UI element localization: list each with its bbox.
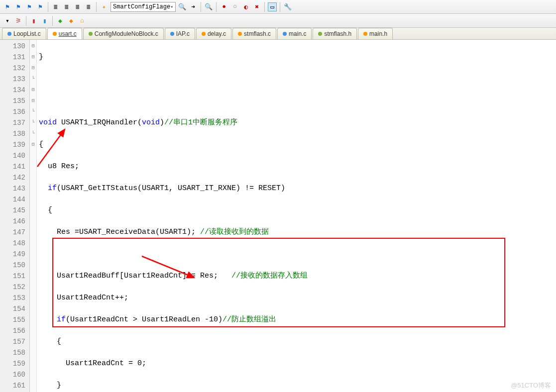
toolbar-row-2: ▾ ⚞ ▮ ▮ ◆ ◆ ⌂ xyxy=(0,14,556,28)
code-area[interactable]: } void USART1_IRQHandler(void)//串口1中断服务程… xyxy=(37,40,556,392)
fold-marker[interactable]: ⊟ xyxy=(30,52,36,63)
separator xyxy=(201,2,201,12)
indent-right-icon[interactable]: ≣ xyxy=(62,2,71,11)
file-icon xyxy=(53,32,57,36)
fold-marker[interactable]: └ xyxy=(30,117,36,128)
fold-marker[interactable]: ⊟ xyxy=(30,85,36,96)
search-icon[interactable]: 🔍 xyxy=(204,2,213,11)
tab-looplist[interactable]: LoopList.c xyxy=(2,28,46,39)
toolbar-row-1: ⚑ ⚑ ⚑ ⚑ ≣ ≣ ≣ ≣ ✦ SmartConfigFlage 🔍 ➜ 🔍… xyxy=(0,0,556,14)
breakpoint-icon[interactable]: ● xyxy=(220,2,228,11)
bookmark-prev-icon[interactable]: ⚑ xyxy=(14,2,23,11)
tab-delay[interactable]: delay.c xyxy=(196,28,231,39)
window-icon[interactable]: ▭ xyxy=(268,2,277,11)
bookmark-clear-icon[interactable]: ⚑ xyxy=(36,2,45,11)
fold-marker[interactable]: └ xyxy=(30,74,36,85)
separator xyxy=(26,16,26,26)
diamond-orange-icon[interactable]: ◆ xyxy=(67,16,76,25)
diamond-green-icon[interactable]: ◆ xyxy=(56,16,65,25)
fold-gutter: ⊟⊟⊟└⊟⊟└└└⊟ xyxy=(30,40,37,392)
separator xyxy=(216,2,217,12)
find-icon[interactable]: 🔍 xyxy=(178,2,187,11)
combo-value: SmartConfigFlage xyxy=(113,3,170,10)
breakpoint-disable-icon[interactable]: ○ xyxy=(230,2,239,11)
fold-marker[interactable]: ⊟ xyxy=(30,96,36,106)
separator xyxy=(280,2,280,12)
file-icon xyxy=(238,32,242,36)
file-icon xyxy=(363,32,367,36)
indent-icon[interactable]: ≣ xyxy=(84,2,93,11)
tab-main-h[interactable]: main.h xyxy=(358,28,393,39)
file-icon xyxy=(7,32,11,36)
watermark: @51CTO博客 xyxy=(511,381,551,390)
code-editor[interactable]: 1301311321331341351361371381391401411421… xyxy=(0,40,556,392)
file-icon xyxy=(202,32,206,36)
wrench-icon[interactable]: 🔧 xyxy=(283,2,292,11)
tab-stmflash-h[interactable]: stmflash.h xyxy=(313,28,357,39)
wand-icon[interactable]: ✦ xyxy=(100,2,109,11)
fold-marker[interactable]: └ xyxy=(30,106,36,117)
editor-tabs: LoopList.c usart.c ConfigModuleNoBlock.c… xyxy=(0,28,556,40)
outdent-icon[interactable]: ≣ xyxy=(73,2,82,11)
bookmark-next-icon[interactable]: ⚑ xyxy=(25,2,34,11)
indent-left-icon[interactable]: ≣ xyxy=(51,2,60,11)
bookmark-flag-icon[interactable]: ⚑ xyxy=(3,2,12,11)
separator xyxy=(264,2,265,12)
separator xyxy=(96,2,97,12)
home-icon[interactable]: ⌂ xyxy=(78,16,87,25)
line-gutter: 1301311321331341351361371381391401411421… xyxy=(0,40,30,392)
separator xyxy=(52,16,53,26)
dropdown-icon[interactable]: ▾ xyxy=(3,16,12,25)
file-icon xyxy=(170,32,174,36)
book-blue-icon[interactable]: ▮ xyxy=(40,16,49,25)
tab-configmodule[interactable]: ConfigModuleNoBlock.c xyxy=(83,28,164,39)
file-icon xyxy=(318,32,322,36)
fold-marker[interactable]: ⊟ xyxy=(30,63,36,74)
find-next-icon[interactable]: ➜ xyxy=(189,2,198,11)
fold-marker[interactable]: └ xyxy=(30,128,36,139)
tab-main-c[interactable]: main.c xyxy=(277,28,312,39)
separator xyxy=(48,2,48,12)
fold-marker[interactable]: ⊟ xyxy=(30,41,36,52)
file-icon xyxy=(283,32,287,36)
breakpoint-clear-icon[interactable]: ✖ xyxy=(252,2,261,11)
tab-usart[interactable]: usart.c xyxy=(47,28,82,39)
symbol-combo[interactable]: SmartConfigFlage xyxy=(111,2,176,12)
book-red-icon[interactable]: ▮ xyxy=(29,16,38,25)
tab-stmflash-c[interactable]: stmflash.c xyxy=(232,28,276,39)
fold-marker[interactable]: ⊟ xyxy=(30,139,36,150)
breakpoint-toggle-icon[interactable]: ◐ xyxy=(241,2,250,11)
tree-icon[interactable]: ⚞ xyxy=(14,16,23,25)
tab-iap[interactable]: IAP.c xyxy=(165,28,195,39)
file-icon xyxy=(89,32,93,36)
